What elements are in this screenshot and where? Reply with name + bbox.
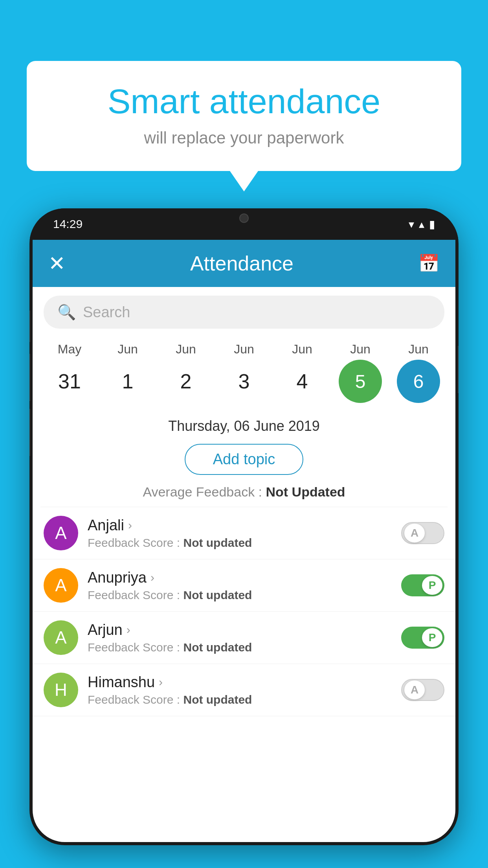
selected-date-label: Thursday, 06 June 2019	[168, 418, 320, 434]
speech-bubble: Smart attendance will replace your paper…	[27, 61, 461, 171]
student-feedback-score: Feedback Score : Not updated	[88, 693, 392, 706]
phone-notch	[213, 208, 275, 228]
app-header: ✕ Attendance 📅	[33, 240, 455, 287]
bubble-subtitle: will replace your paperwork	[50, 129, 438, 147]
calendar-date[interactable]: 31	[44, 370, 95, 393]
calendar-date-normal[interactable]: 2	[180, 370, 192, 393]
calendar-date[interactable]: 6	[393, 360, 444, 403]
front-camera	[239, 213, 249, 223]
bubble-title: Smart attendance	[50, 83, 438, 121]
calendar-strip: MayJunJunJunJunJunJun 31123456	[33, 337, 455, 411]
student-name[interactable]: Anupriya ›	[88, 569, 392, 586]
feedback-label: Average Feedback :	[143, 484, 262, 499]
status-icons: ▾ ▴ ▮	[409, 218, 435, 231]
student-feedback-score: Feedback Score : Not updated	[88, 641, 392, 654]
student-info: Anjali ›Feedback Score : Not updated	[88, 517, 392, 550]
student-list: AAnjali ›Feedback Score : Not updatedAAA…	[33, 507, 455, 716]
attendance-toggle[interactable]: A	[401, 522, 444, 544]
toggle-knob: P	[422, 576, 442, 595]
calendar-date[interactable]: 1	[102, 370, 153, 393]
calendar-date-normal[interactable]: 31	[58, 370, 81, 393]
search-input[interactable]: Search	[83, 304, 130, 321]
calendar-date-normal[interactable]: 1	[122, 370, 134, 393]
feedback-value: Not Updated	[266, 484, 345, 499]
calendar-month: May	[44, 342, 95, 357]
toggle-knob: A	[404, 680, 425, 699]
calendar-icon[interactable]: 📅	[418, 253, 440, 274]
calendar-dates: 31123456	[40, 360, 448, 403]
feedback-summary: Average Feedback : Not Updated	[33, 480, 455, 507]
toggle-knob: P	[422, 628, 442, 647]
volume-up-button	[29, 354, 30, 401]
student-feedback-score: Feedback Score : Not updated	[88, 588, 392, 602]
calendar-date-normal[interactable]: 3	[238, 370, 250, 393]
student-name[interactable]: Arjun ›	[88, 622, 392, 638]
header-title: Attendance	[190, 252, 294, 275]
student-row: AAnupriya ›Feedback Score : Not updatedP	[33, 559, 455, 612]
chevron-icon: ›	[159, 675, 163, 689]
volume-down-button	[29, 409, 30, 456]
phone-screen: ✕ Attendance 📅 🔍 Search MayJunJunJunJunJ…	[33, 240, 455, 842]
signal-icon: ▴	[419, 218, 424, 231]
student-name[interactable]: Anjali ›	[88, 517, 392, 534]
search-bar[interactable]: 🔍 Search	[44, 296, 444, 329]
calendar-month: Jun	[218, 342, 270, 357]
calendar-date-selected[interactable]: 6	[397, 360, 440, 403]
chevron-icon: ›	[128, 519, 132, 532]
student-row: AArjun ›Feedback Score : Not updatedP	[33, 612, 455, 664]
student-avatar: A	[44, 568, 78, 603]
attendance-toggle[interactable]: A	[401, 679, 444, 701]
calendar-month: Jun	[102, 342, 153, 357]
close-button[interactable]: ✕	[48, 252, 66, 275]
student-info: Arjun ›Feedback Score : Not updated	[88, 622, 392, 654]
calendar-month: Jun	[335, 342, 386, 357]
calendar-month: Jun	[393, 342, 444, 357]
student-avatar: A	[44, 516, 78, 550]
wifi-icon: ▾	[409, 218, 414, 231]
status-time: 14:29	[53, 217, 83, 231]
chevron-icon: ›	[150, 571, 154, 584]
calendar-months: MayJunJunJunJunJunJun	[40, 342, 448, 357]
student-info: Anupriya ›Feedback Score : Not updated	[88, 569, 392, 602]
date-info: Thursday, 06 June 2019	[33, 411, 455, 438]
chevron-icon: ›	[127, 623, 130, 636]
calendar-date-normal[interactable]: 4	[297, 370, 308, 393]
search-icon: 🔍	[57, 303, 76, 321]
calendar-date[interactable]: 4	[277, 370, 328, 393]
add-topic-button[interactable]: Add topic	[185, 444, 303, 475]
power-button	[29, 311, 30, 342]
student-name[interactable]: Himanshu ›	[88, 674, 392, 691]
battery-icon: ▮	[429, 218, 435, 231]
speech-bubble-container: Smart attendance will replace your paper…	[27, 61, 461, 171]
calendar-date[interactable]: 5	[335, 360, 386, 403]
student-info: Himanshu ›Feedback Score : Not updated	[88, 674, 392, 706]
calendar-month: Jun	[160, 342, 211, 357]
volume-button-right	[458, 346, 459, 393]
attendance-toggle[interactable]: P	[401, 574, 444, 596]
attendance-toggle[interactable]: P	[401, 627, 444, 649]
calendar-date[interactable]: 3	[218, 370, 270, 393]
student-avatar: H	[44, 673, 78, 707]
phone-container: 14:29 ▾ ▴ ▮ ✕ Attendance 📅 🔍 Search	[29, 208, 459, 845]
toggle-knob: A	[404, 524, 425, 542]
student-row: AAnjali ›Feedback Score : Not updatedA	[33, 507, 455, 559]
student-row: HHimanshu ›Feedback Score : Not updatedA	[33, 664, 455, 716]
calendar-date[interactable]: 2	[160, 370, 211, 393]
calendar-month: Jun	[277, 342, 328, 357]
student-avatar: A	[44, 620, 78, 655]
calendar-date-today-green[interactable]: 5	[339, 360, 382, 403]
phone-frame: 14:29 ▾ ▴ ▮ ✕ Attendance 📅 🔍 Search	[29, 208, 459, 845]
student-feedback-score: Feedback Score : Not updated	[88, 536, 392, 550]
